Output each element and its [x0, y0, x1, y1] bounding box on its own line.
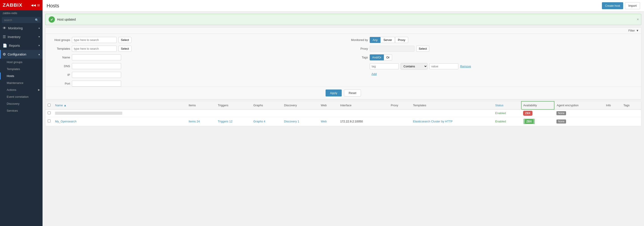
row2-info [604, 117, 621, 126]
proxy-input[interactable] [370, 46, 414, 52]
logo-icons: ◀◀ ⊞ [31, 3, 40, 7]
sidebar-sub-maintenance[interactable]: Maintenance [0, 79, 42, 86]
proxy-label: Proxy [348, 47, 368, 50]
search-input[interactable] [4, 18, 35, 22]
filter-col-left: Host groups Select Templates Select Name [50, 37, 339, 87]
sidebar-sub-discovery[interactable]: Discovery [0, 100, 42, 107]
table-header: Name ▲ Items Triggers Graphs Discovery W… [46, 101, 641, 109]
discovery-link[interactable]: Discovery 1 [284, 120, 300, 123]
collapse-icon[interactable]: ◀◀ [31, 3, 36, 7]
filter-toggle[interactable]: Filter ▼ [628, 29, 639, 32]
instance-label: zabbix-redis [0, 10, 42, 16]
graphs-link[interactable]: Graphs 4 [254, 120, 265, 123]
search-box[interactable]: 🔍 [2, 17, 41, 23]
grid-icon[interactable]: ⊞ [37, 3, 40, 7]
templates-select-button[interactable]: Select [118, 46, 132, 52]
row1-checkbox[interactable] [48, 111, 50, 114]
zbx-badge: ZBX [524, 111, 532, 115]
sidebar-sub-services[interactable]: Services [0, 107, 42, 114]
tag-remove-button[interactable]: Remove [460, 65, 471, 68]
host-name-link[interactable]: My_Opensearch [55, 120, 76, 123]
zbx-badge-green: ZBX [525, 119, 534, 124]
add-tag-link[interactable]: Add [372, 72, 377, 76]
reset-button[interactable]: Reset [344, 89, 361, 96]
list-icon: ☰ [3, 35, 6, 39]
content-area: ✔ Host updated × Filter ▼ Host groups [42, 12, 644, 226]
import-button[interactable]: Import [625, 2, 640, 9]
tags-or-button[interactable]: Or [384, 54, 392, 60]
th-triggers: Triggers [216, 101, 251, 109]
th-name[interactable]: Name ▲ [53, 101, 186, 109]
select-all-checkbox[interactable] [48, 104, 50, 107]
sidebar-item-reports[interactable]: 📄 Reports ▾ [0, 41, 42, 50]
tag-value-input[interactable] [429, 63, 458, 69]
triggers-link[interactable]: Triggers 12 [218, 120, 232, 123]
monitored-by-proxy[interactable]: Proxy [395, 37, 408, 43]
sidebar-item-label: Inventory [8, 35, 20, 39]
name-label: Name [50, 56, 70, 59]
host-groups-input[interactable] [72, 37, 117, 43]
row2-graphs: Graphs 4 [251, 117, 282, 126]
sidebar-sub-label: Services [7, 109, 18, 112]
sidebar-item-configuration[interactable]: ⚙ Configuration ▴ [0, 50, 42, 59]
row2-encryption: None [554, 117, 604, 126]
ip-input[interactable] [72, 72, 121, 78]
row2-status: Enabled [493, 117, 521, 126]
chevron-icon: ▾ [38, 44, 40, 47]
th-graphs: Graphs [251, 101, 282, 109]
report-icon: 📄 [3, 43, 7, 48]
row1-templates [411, 109, 493, 117]
items-link[interactable]: Items 24 [188, 120, 200, 123]
port-input[interactable] [72, 81, 121, 87]
row1-encryption: None [554, 109, 604, 117]
row2-checkbox[interactable] [48, 119, 50, 122]
template-link[interactable]: Elasticsearch Cluster by HTTP [413, 120, 452, 123]
tag-condition-select[interactable]: Contains Equals Does not contain Does no… [400, 63, 428, 70]
sidebar-sub-actions[interactable]: Actions ▶ [0, 86, 42, 93]
create-host-button[interactable]: Create host [602, 2, 623, 9]
host-groups-label: Host groups [50, 38, 70, 42]
sidebar-item-inventory[interactable]: ☰ Inventory ▾ [0, 32, 42, 41]
table-body: Enabled ZBX None [46, 109, 641, 126]
monitored-by-server[interactable]: Server [380, 37, 395, 43]
row2-proxy [388, 117, 411, 126]
apply-button[interactable]: Apply [326, 89, 342, 96]
th-web: Web [318, 101, 338, 109]
page-title: Hosts [46, 3, 59, 9]
filter-row-monitored-by: Monitored by Any Server Proxy [348, 37, 636, 43]
status-badge: Enabled [495, 120, 506, 123]
th-interface: Interface [338, 101, 388, 109]
tags-andor-button[interactable]: And/Or [370, 54, 384, 60]
sidebar-item-monitoring[interactable]: 👁 Monitoring ▾ [0, 24, 42, 32]
row1-tags [621, 109, 641, 117]
sidebar-item-label: Reports [9, 44, 20, 47]
sidebar-sub-templates[interactable]: Templates [0, 66, 42, 72]
row2-discovery: Discovery 1 [282, 117, 319, 126]
gear-icon: ⚙ [3, 52, 6, 56]
name-input[interactable] [72, 54, 121, 60]
templates-input[interactable] [72, 46, 117, 52]
row1-status: Enabled [493, 109, 521, 117]
sidebar-sub-label: Host groups [7, 60, 22, 64]
hosts-table-section: Name ▲ Items Triggers Graphs Discovery W… [45, 101, 641, 126]
row1-graphs [251, 109, 282, 117]
row1-items [186, 109, 216, 117]
monitored-by-any[interactable]: Any [370, 37, 380, 43]
web-link[interactable]: Web [321, 120, 327, 123]
filter-row-port: Port [50, 81, 339, 87]
proxy-select-button[interactable]: Select [416, 46, 429, 52]
sidebar-sub-event-correlation[interactable]: Event correlation [0, 93, 42, 100]
sidebar-sub-host-groups[interactable]: Host groups [0, 59, 42, 66]
sidebar-item-label: Monitoring [8, 26, 22, 30]
sidebar-sub-hosts[interactable]: Hosts [0, 72, 42, 79]
th-proxy: Proxy [388, 101, 411, 109]
sidebar-item-label: Configuration [8, 53, 26, 56]
host-groups-select-button[interactable]: Select [118, 37, 132, 43]
tag-name-input[interactable] [370, 63, 399, 69]
notification-close-button[interactable]: × [637, 17, 639, 21]
none-badge: None [556, 111, 566, 115]
tags-group: And/Or Or [370, 54, 392, 60]
dns-input[interactable] [72, 63, 121, 69]
active-bar [0, 50, 1, 59]
row2-checkbox-cell [46, 117, 53, 126]
